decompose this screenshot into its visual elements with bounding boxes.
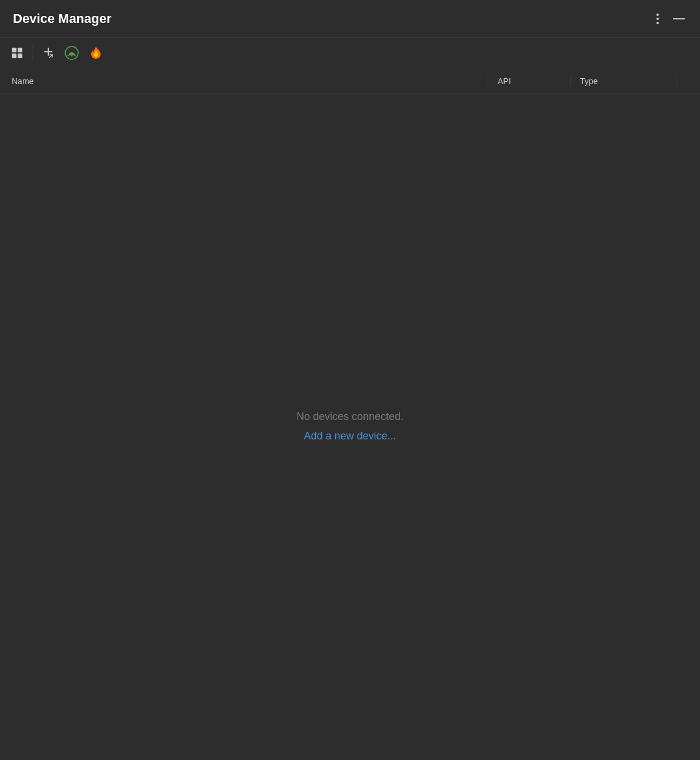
svg-point-4 — [71, 55, 73, 56]
three-dots-icon — [656, 14, 659, 24]
add-new-device-link[interactable]: Add a new device... — [304, 430, 396, 442]
app-title: Device Manager — [13, 11, 112, 26]
add-device-icon — [42, 46, 55, 59]
firebase-button[interactable] — [85, 42, 106, 64]
column-name-header: Name — [0, 76, 488, 86]
toolbar — [0, 38, 700, 68]
flame-icon — [89, 46, 103, 60]
main-content: No devices connected. Add a new device..… — [0, 94, 700, 759]
add-device-button[interactable] — [38, 43, 58, 63]
toolbar-separator — [32, 45, 32, 61]
wifi-circle-icon — [64, 45, 79, 61]
column-type-header: Type — [571, 76, 676, 86]
title-bar-left: Device Manager — [13, 11, 112, 26]
column-api-header: API — [488, 76, 571, 86]
minus-icon — [673, 18, 685, 19]
empty-state-message: No devices connected. — [296, 411, 404, 423]
minimize-button[interactable] — [671, 16, 687, 22]
title-bar: Device Manager — [0, 0, 700, 38]
grid-icon — [12, 48, 22, 58]
grid-view-button[interactable] — [8, 44, 26, 62]
menu-button[interactable] — [654, 11, 661, 26]
title-bar-right — [654, 11, 687, 26]
column-headers: Name API Type — [0, 68, 700, 94]
virtual-device-button[interactable] — [61, 42, 83, 64]
